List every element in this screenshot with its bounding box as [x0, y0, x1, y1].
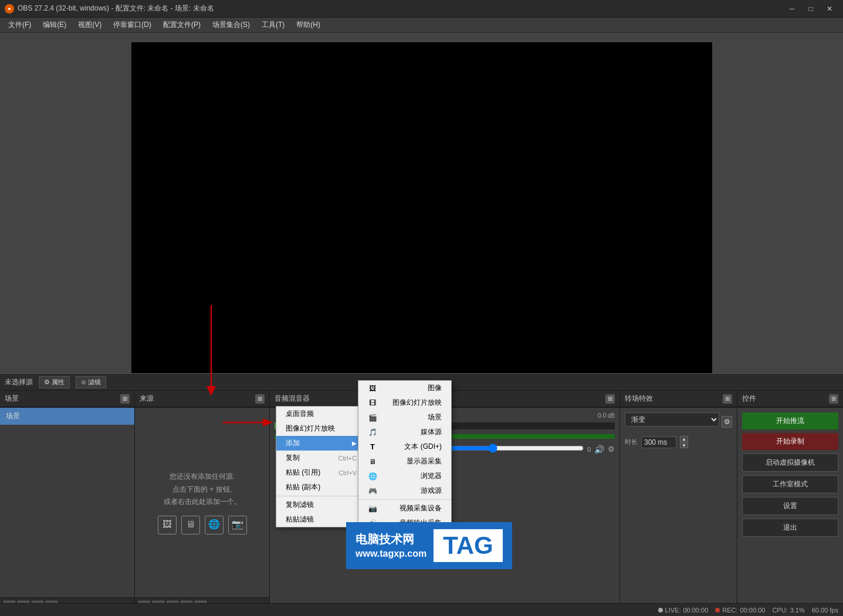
menu-tools[interactable]: 工具(T) [256, 19, 290, 32]
source-col-icon[interactable]: ⊞ [255, 394, 265, 404]
rec-status: REC: 00:00:00 [715, 607, 765, 614]
menu-scenes[interactable]: 场景集合(S) [206, 19, 256, 32]
ctx-paste-dup[interactable]: 粘贴 (副本) [276, 480, 366, 495]
controls-content: 开始推流 开始录制 启动虚拟摄像机 工作室模式 设置 退出 [737, 408, 843, 615]
media-icon: 🎵 [368, 428, 377, 437]
controls-col-icon[interactable]: ⊞ [829, 394, 838, 404]
source-icon-row: 🖼 🖥 🌐 📷 [158, 516, 247, 534]
source-list: 您还没有添加任何源. 点击下面的 + 按钮, 或者右击此处添加一个。 🖼 🖥 🌐… [135, 408, 269, 597]
properties-button[interactable]: ⚙ 属性 [39, 376, 70, 388]
monitor-source-icon: 🖥 [181, 516, 200, 534]
menu-help[interactable]: 帮助(H) [290, 19, 326, 32]
menu-edit[interactable]: 编辑(E) [37, 19, 72, 32]
browser-icon: 🌐 [368, 472, 377, 481]
transition-content: 渐变 ⚙ 时长 ▲ ▼ [620, 408, 737, 615]
scene-item[interactable]: 场景 [0, 408, 134, 425]
source-column: 您还没有添加任何源. 点击下面的 + 按钮, 或者右击此处添加一个。 🖼 🖥 🌐… [135, 408, 270, 615]
ctx-desktop-audio[interactable]: 桌面音频 [276, 407, 366, 421]
scene-icon: 🎬 [368, 413, 377, 422]
start-stream-button[interactable]: 开始推流 [742, 412, 838, 429]
menu-profile[interactable]: 配置文件(P) [157, 19, 206, 32]
controls-column: 开始推流 开始录制 启动虚拟摄像机 工作室模式 设置 退出 [737, 408, 843, 615]
video-source-icon: 📷 [228, 516, 247, 534]
ctx-scene[interactable]: 🎬 场景 [358, 410, 451, 425]
scene-list: 场景 [0, 408, 134, 597]
cpu-status: CPU: 3.1% [772, 607, 804, 614]
source-empty-text: 您还没有添加任何源. 点击下面的 + 按钮, 或者右击此处添加一个。 [164, 471, 241, 509]
settings-button[interactable]: 设置 [742, 497, 838, 515]
ctx-game[interactable]: 🎮 游戏源 [358, 483, 451, 498]
game-icon: 🎮 [368, 486, 377, 496]
transition-column: 渐变 ⚙ 时长 ▲ ▼ [620, 408, 737, 615]
duration-up[interactable]: ▲ [680, 436, 688, 442]
fps-status: 60.00 fps [812, 607, 838, 614]
db-label: 0.0 dB [598, 412, 615, 419]
ctx-copy[interactable]: 复制 Ctrl+C [276, 451, 366, 465]
menu-docks[interactable]: 停靠窗口(D) [107, 19, 157, 32]
preview-canvas [131, 42, 712, 383]
live-dot [658, 608, 663, 612]
ctx-separator-1 [276, 496, 366, 496]
start-record-button[interactable]: 开始录制 [742, 433, 838, 450]
ctx-browser[interactable]: 🌐 浏览器 [358, 469, 451, 483]
ctx-video-capture[interactable]: 📷 视频采集设备 [358, 501, 451, 516]
close-button[interactable]: ✕ [821, 3, 838, 15]
video-capture-icon: 📷 [368, 504, 377, 513]
ctx-paste-ref[interactable]: 粘贴 (引用) Ctrl+V [276, 465, 366, 480]
ctx-text-gdi[interactable]: T 文本 (GDI+) [358, 439, 451, 454]
scene-column: 场景 + − ∧ ∨ [0, 408, 135, 615]
ctx-slideshow[interactable]: 图像幻灯片放映 [276, 421, 366, 436]
cpu-label: CPU: [772, 607, 787, 614]
rec-time: 00:00:00 [740, 607, 766, 614]
scene-col-icon[interactable]: ⊞ [120, 394, 130, 404]
app-title: OBS 27.2.4 (32-bit, windows) - 配置文件: 未命名… [18, 4, 214, 13]
fps-value: 60.00 fps [812, 607, 838, 614]
menu-view[interactable]: 视图(V) [72, 19, 107, 32]
ctx-audio-output[interactable]: 🔊 音频输出采集 [358, 516, 451, 530]
ctx-media[interactable]: 🎵 媒体源 [358, 425, 451, 439]
ctx-image[interactable]: 🖼 图像 [358, 381, 451, 395]
title-bar: ● OBS 27.2.4 (32-bit, windows) - 配置文件: 未… [0, 0, 843, 18]
ctx-separator-3 [358, 532, 451, 532]
group-icon: 📁 [368, 536, 377, 546]
rec-label: REC: [722, 607, 737, 614]
duration-down[interactable]: ▼ [680, 442, 688, 448]
context-menu-1[interactable]: 桌面音频 图像幻灯片放映 添加 ▶ 复制 Ctrl+C 粘贴 (引用) Ctrl… [276, 406, 367, 527]
exit-button[interactable]: 退出 [742, 519, 838, 537]
status-bar: LIVE: 00:00:00 REC: 00:00:00 CPU: 3.1% 6… [0, 603, 843, 616]
menu-bar: 文件(F) 编辑(E) 视图(V) 停靠窗口(D) 配置文件(P) 场景集合(S… [0, 18, 843, 33]
audio-gear-button[interactable]: ⚙ [608, 445, 615, 453]
transition-col-icon[interactable]: ⊞ [723, 394, 732, 404]
camera-source-icon: 🌐 [205, 516, 224, 534]
image-icon: 🖼 [368, 384, 377, 393]
source-empty-state: 您还没有添加任何源. 点击下面的 + 按钮, 或者右击此处添加一个。 🖼 🖥 🌐… [135, 408, 269, 597]
ctx-image-slideshow[interactable]: 🎞 图像幻灯片放映 [358, 395, 451, 410]
ctx-paste-filter[interactable]: 粘贴滤镜 [276, 512, 366, 527]
cpu-value: 3.1% [790, 607, 805, 614]
audio-col-icon[interactable]: ⊞ [605, 394, 615, 404]
transition-type-select[interactable]: 渐变 [625, 412, 719, 427]
minimize-button[interactable]: ─ [783, 3, 801, 15]
filters-button[interactable]: ⊙ 滤镜 [76, 376, 106, 388]
transition-gear-button[interactable]: ⚙ [722, 416, 732, 428]
transition-col-header: 转场特效 [625, 394, 653, 404]
menu-file[interactable]: 文件(F) [2, 19, 37, 32]
ctx-display-capture[interactable]: 🖥 显示器采集 [358, 454, 451, 469]
audio-output-icon: 🔊 [368, 519, 377, 528]
ctx-add[interactable]: 添加 ▶ [276, 436, 366, 451]
text-icon: T [368, 442, 377, 452]
duration-input[interactable] [641, 436, 676, 448]
display-icon: 🖥 [368, 457, 377, 466]
image-source-icon: 🖼 [158, 516, 177, 534]
no-source-label: 未选择源 [5, 377, 33, 387]
start-vcam-button[interactable]: 启动虚拟摄像机 [742, 453, 838, 472]
ctx-copy-filter[interactable]: 复制滤镜 [276, 497, 366, 512]
studio-mode-button[interactable]: 工作室模式 [742, 475, 838, 493]
mute-button[interactable]: 🔊 [594, 445, 604, 454]
context-menu-2[interactable]: 🖼 图像 🎞 图像幻灯片放映 🎬 场景 🎵 媒体源 T 文本 (GDI+) 🖥 … [358, 380, 452, 549]
maximize-button[interactable]: □ [802, 3, 820, 15]
ctx-group[interactable]: 📁 分组 [358, 533, 451, 548]
live-status: LIVE: 00:00:00 [658, 607, 709, 614]
live-time: 00:00:00 [683, 607, 708, 614]
slideshow-icon: 🎞 [368, 398, 377, 408]
